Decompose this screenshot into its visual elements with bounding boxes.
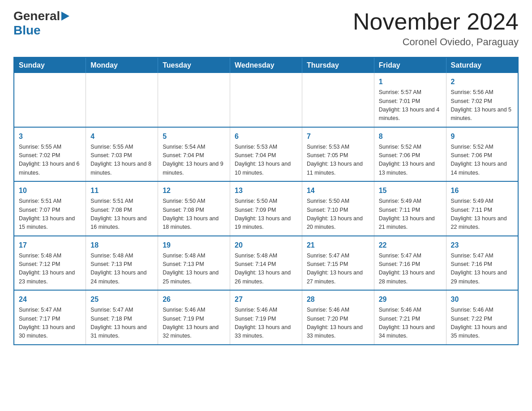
logo-blue-text: Blue <box>13 23 41 37</box>
day-number: 29 <box>379 294 442 305</box>
calendar-day-cell: 7Sunrise: 5:53 AM Sunset: 7:05 PM Daylig… <box>302 127 374 182</box>
day-info: Sunrise: 5:54 AM Sunset: 7:04 PM Dayligh… <box>163 143 225 178</box>
day-info: Sunrise: 5:55 AM Sunset: 7:02 PM Dayligh… <box>19 143 81 178</box>
day-info: Sunrise: 5:46 AM Sunset: 7:20 PM Dayligh… <box>307 306 369 341</box>
day-number: 17 <box>19 240 81 251</box>
location-subtitle: Coronel Oviedo, Paraguay <box>353 36 519 48</box>
day-info: Sunrise: 5:49 AM Sunset: 7:11 PM Dayligh… <box>379 197 442 232</box>
calendar-day-cell: 9Sunrise: 5:52 AM Sunset: 7:06 PM Daylig… <box>446 127 518 182</box>
day-info: Sunrise: 5:56 AM Sunset: 7:02 PM Dayligh… <box>451 88 513 123</box>
day-number: 13 <box>235 185 297 196</box>
day-info: Sunrise: 5:48 AM Sunset: 7:14 PM Dayligh… <box>235 252 297 287</box>
day-info: Sunrise: 5:47 AM Sunset: 7:16 PM Dayligh… <box>379 252 442 287</box>
day-number: 23 <box>451 240 513 251</box>
calendar-day-cell: 3Sunrise: 5:55 AM Sunset: 7:02 PM Daylig… <box>14 127 86 182</box>
day-number: 14 <box>307 185 369 196</box>
day-number: 16 <box>451 185 513 196</box>
calendar-day-cell: 29Sunrise: 5:46 AM Sunset: 7:21 PM Dayli… <box>374 290 446 345</box>
day-info: Sunrise: 5:51 AM Sunset: 7:07 PM Dayligh… <box>19 197 81 232</box>
day-of-week-header: Saturday <box>446 57 518 73</box>
calendar-day-cell: 26Sunrise: 5:46 AM Sunset: 7:19 PM Dayli… <box>158 290 230 345</box>
calendar-week-row: 3Sunrise: 5:55 AM Sunset: 7:02 PM Daylig… <box>14 127 518 182</box>
day-info: Sunrise: 5:53 AM Sunset: 7:05 PM Dayligh… <box>307 143 369 178</box>
day-info: Sunrise: 5:48 AM Sunset: 7:12 PM Dayligh… <box>19 252 81 287</box>
day-number: 22 <box>379 240 442 251</box>
day-info: Sunrise: 5:46 AM Sunset: 7:19 PM Dayligh… <box>163 306 225 341</box>
day-number: 10 <box>19 185 81 196</box>
calendar-day-cell: 23Sunrise: 5:47 AM Sunset: 7:16 PM Dayli… <box>446 236 518 291</box>
calendar-day-cell: 30Sunrise: 5:46 AM Sunset: 7:22 PM Dayli… <box>446 290 518 345</box>
day-info: Sunrise: 5:51 AM Sunset: 7:08 PM Dayligh… <box>90 197 153 232</box>
day-number: 24 <box>19 294 81 305</box>
calendar-day-cell: 13Sunrise: 5:50 AM Sunset: 7:09 PM Dayli… <box>230 181 302 236</box>
day-number: 19 <box>163 240 225 251</box>
day-number: 30 <box>451 294 513 305</box>
logo-general-text: General <box>13 9 60 23</box>
day-number: 12 <box>163 185 225 196</box>
logo-arrow-icon <box>61 12 69 22</box>
calendar-day-cell <box>230 73 302 127</box>
day-number: 25 <box>90 294 153 305</box>
calendar-day-cell <box>86 73 158 127</box>
day-info: Sunrise: 5:50 AM Sunset: 7:08 PM Dayligh… <box>163 197 225 232</box>
calendar-day-cell: 14Sunrise: 5:50 AM Sunset: 7:10 PM Dayli… <box>302 181 374 236</box>
calendar-day-cell: 27Sunrise: 5:46 AM Sunset: 7:19 PM Dayli… <box>230 290 302 345</box>
calendar-day-cell: 8Sunrise: 5:52 AM Sunset: 7:06 PM Daylig… <box>374 127 446 182</box>
day-of-week-header: Tuesday <box>158 57 230 73</box>
calendar-day-cell: 2Sunrise: 5:56 AM Sunset: 7:02 PM Daylig… <box>446 73 518 127</box>
calendar-day-cell: 11Sunrise: 5:51 AM Sunset: 7:08 PM Dayli… <box>86 181 158 236</box>
day-number: 4 <box>90 131 153 142</box>
day-number: 18 <box>90 240 153 251</box>
day-info: Sunrise: 5:55 AM Sunset: 7:03 PM Dayligh… <box>90 143 153 178</box>
day-number: 6 <box>235 131 297 142</box>
day-number: 21 <box>307 240 369 251</box>
day-info: Sunrise: 5:47 AM Sunset: 7:18 PM Dayligh… <box>90 306 153 341</box>
calendar-day-cell: 6Sunrise: 5:53 AM Sunset: 7:04 PM Daylig… <box>230 127 302 182</box>
day-number: 9 <box>451 131 513 142</box>
day-info: Sunrise: 5:46 AM Sunset: 7:19 PM Dayligh… <box>235 306 297 341</box>
day-info: Sunrise: 5:50 AM Sunset: 7:10 PM Dayligh… <box>307 197 369 232</box>
calendar-table: SundayMondayTuesdayWednesdayThursdayFrid… <box>13 57 519 345</box>
day-number: 15 <box>379 185 442 196</box>
day-info: Sunrise: 5:50 AM Sunset: 7:09 PM Dayligh… <box>235 197 297 232</box>
calendar-day-cell: 4Sunrise: 5:55 AM Sunset: 7:03 PM Daylig… <box>86 127 158 182</box>
calendar-day-cell: 20Sunrise: 5:48 AM Sunset: 7:14 PM Dayli… <box>230 236 302 291</box>
calendar-day-cell: 12Sunrise: 5:50 AM Sunset: 7:08 PM Dayli… <box>158 181 230 236</box>
day-info: Sunrise: 5:46 AM Sunset: 7:21 PM Dayligh… <box>379 306 442 341</box>
day-info: Sunrise: 5:47 AM Sunset: 7:16 PM Dayligh… <box>451 252 513 287</box>
day-of-week-header: Wednesday <box>230 57 302 73</box>
calendar-header-row: SundayMondayTuesdayWednesdayThursdayFrid… <box>14 57 518 73</box>
day-number: 3 <box>19 131 81 142</box>
calendar-day-cell <box>14 73 86 127</box>
day-info: Sunrise: 5:48 AM Sunset: 7:13 PM Dayligh… <box>90 252 153 287</box>
calendar-week-row: 17Sunrise: 5:48 AM Sunset: 7:12 PM Dayli… <box>14 236 518 291</box>
calendar-day-cell: 16Sunrise: 5:49 AM Sunset: 7:11 PM Dayli… <box>446 181 518 236</box>
calendar-day-cell: 21Sunrise: 5:47 AM Sunset: 7:15 PM Dayli… <box>302 236 374 291</box>
day-info: Sunrise: 5:52 AM Sunset: 7:06 PM Dayligh… <box>451 143 513 178</box>
calendar-day-cell: 17Sunrise: 5:48 AM Sunset: 7:12 PM Dayli… <box>14 236 86 291</box>
calendar-day-cell: 18Sunrise: 5:48 AM Sunset: 7:13 PM Dayli… <box>86 236 158 291</box>
day-of-week-header: Friday <box>374 57 446 73</box>
calendar-day-cell: 10Sunrise: 5:51 AM Sunset: 7:07 PM Dayli… <box>14 181 86 236</box>
day-info: Sunrise: 5:47 AM Sunset: 7:17 PM Dayligh… <box>19 306 81 341</box>
day-info: Sunrise: 5:46 AM Sunset: 7:22 PM Dayligh… <box>451 306 513 341</box>
month-title: November 2024 <box>353 9 519 34</box>
calendar-day-cell: 28Sunrise: 5:46 AM Sunset: 7:20 PM Dayli… <box>302 290 374 345</box>
day-number: 8 <box>379 131 442 142</box>
day-number: 7 <box>307 131 369 142</box>
calendar-day-cell: 15Sunrise: 5:49 AM Sunset: 7:11 PM Dayli… <box>374 181 446 236</box>
calendar-day-cell: 24Sunrise: 5:47 AM Sunset: 7:17 PM Dayli… <box>14 290 86 345</box>
day-number: 5 <box>163 131 225 142</box>
calendar-day-cell <box>158 73 230 127</box>
day-number: 28 <box>307 294 369 305</box>
day-of-week-header: Thursday <box>302 57 374 73</box>
day-number: 2 <box>451 77 513 87</box>
day-number: 20 <box>235 240 297 251</box>
day-number: 26 <box>163 294 225 305</box>
calendar-week-row: 24Sunrise: 5:47 AM Sunset: 7:17 PM Dayli… <box>14 290 518 345</box>
day-number: 1 <box>379 77 442 87</box>
day-info: Sunrise: 5:47 AM Sunset: 7:15 PM Dayligh… <box>307 252 369 287</box>
svg-marker-0 <box>61 12 69 21</box>
page-header: General Blue November 2024 Coronel Ovied… <box>13 9 519 48</box>
day-number: 11 <box>90 185 153 196</box>
